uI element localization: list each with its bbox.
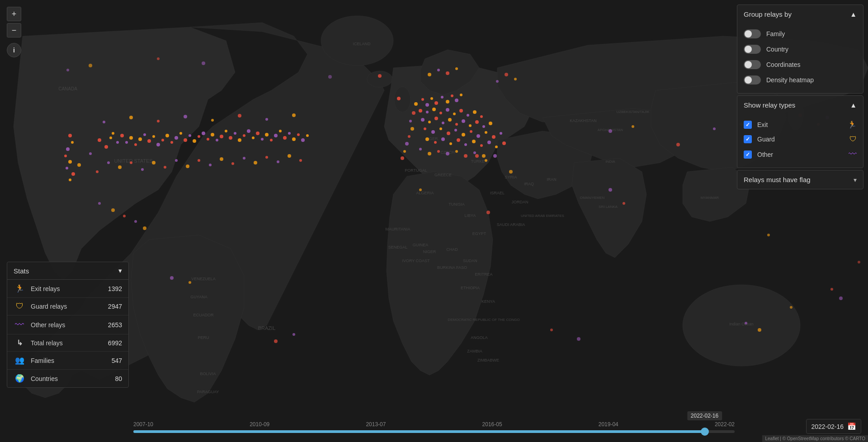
relay-types-body: Exit 🏃 Guard 🛡 Other 〰: [737, 114, 863, 168]
svg-text:ALGERIA: ALGERIA: [416, 191, 434, 195]
svg-point-150: [446, 100, 449, 103]
svg-point-97: [288, 132, 291, 135]
svg-text:ICELAND: ICELAND: [353, 42, 371, 46]
other-icon: 〰: [14, 320, 25, 330]
svg-point-90: [256, 132, 259, 135]
svg-point-107: [130, 161, 132, 164]
svg-point-86: [238, 138, 241, 142]
relay-types-chevron: ▲: [850, 101, 857, 109]
toggle-coordinates-label: Coordinates: [766, 61, 801, 68]
map-controls: + − i: [7, 7, 21, 57]
must-flag-chevron: ▾: [854, 176, 857, 183]
svg-point-189: [449, 142, 452, 145]
relay-types-panel: Show relay types ▲ Exit 🏃 Guard 🛡 Other …: [737, 95, 863, 168]
svg-point-237: [378, 74, 382, 78]
svg-point-69: [161, 139, 164, 141]
svg-text:CHAD: CHAD: [446, 247, 458, 252]
checkbox-exit[interactable]: [744, 121, 752, 129]
svg-point-104: [96, 170, 99, 173]
svg-point-224: [632, 125, 634, 128]
must-flag-panel: Relays must have flag ▾: [737, 170, 863, 189]
zoom-out-button[interactable]: −: [7, 23, 21, 38]
group-relays-body: Family Country Coordinates Density heatm…: [737, 24, 863, 93]
svg-point-155: [426, 111, 429, 113]
svg-text:DEMOCRATIC REPUBLIC OF THE CON: DEMOCRATIC REPUBLIC OF THE CONGO: [448, 318, 519, 322]
timeline-label-0: 2007-10: [133, 421, 153, 428]
svg-point-152: [455, 99, 458, 102]
checkbox-row-guard: Guard 🛡: [744, 132, 857, 146]
zoom-in-button[interactable]: +: [7, 7, 21, 21]
svg-point-145: [421, 98, 424, 101]
svg-point-140: [111, 208, 115, 212]
svg-point-221: [485, 159, 487, 162]
svg-point-59: [112, 132, 114, 135]
svg-point-76: [193, 139, 196, 143]
toggle-country[interactable]: [744, 45, 761, 54]
countries-icon: 🌍: [14, 374, 25, 383]
svg-point-186: [425, 137, 429, 141]
svg-point-129: [71, 172, 75, 176]
svg-point-135: [211, 119, 214, 122]
calendar-icon[interactable]: 📅: [847, 422, 856, 431]
group-relays-title: Group relays by: [744, 10, 792, 18]
svg-point-170: [462, 119, 465, 123]
svg-point-148: [434, 101, 438, 105]
svg-point-84: [229, 136, 232, 140]
svg-point-103: [77, 163, 81, 167]
other-type-icon: 〰: [849, 150, 857, 159]
checkbox-other[interactable]: [744, 150, 752, 159]
svg-point-207: [446, 152, 449, 155]
svg-point-249: [577, 337, 580, 341]
other-label: Other relays: [31, 321, 103, 329]
svg-point-234: [609, 188, 612, 192]
svg-point-182: [476, 134, 480, 138]
relay-types-header[interactable]: Show relay types ▲: [737, 96, 863, 114]
svg-point-118: [254, 161, 257, 165]
svg-point-166: [434, 117, 438, 120]
svg-point-178: [447, 132, 450, 135]
svg-point-245: [89, 64, 92, 67]
svg-point-122: [299, 159, 302, 162]
svg-point-154: [419, 109, 422, 113]
svg-point-126: [64, 155, 67, 157]
svg-text:PERU: PERU: [198, 335, 209, 340]
toggle-density[interactable]: [744, 75, 761, 85]
svg-text:ECUADOR: ECUADOR: [193, 313, 214, 317]
svg-point-194: [487, 141, 491, 144]
stats-row-other: 〰 Other relays 2653: [7, 315, 128, 334]
timeline-thumb[interactable]: [701, 428, 709, 436]
toggle-row-country: Country: [744, 42, 857, 57]
group-relays-header[interactable]: Group relays by ▲: [737, 5, 863, 24]
stats-title: Stats: [14, 267, 29, 275]
svg-text:LIBYA: LIBYA: [465, 213, 476, 218]
svg-point-211: [482, 154, 486, 158]
checkbox-guard[interactable]: [744, 135, 752, 143]
svg-point-196: [502, 141, 506, 145]
svg-point-160: [459, 109, 463, 113]
svg-point-176: [431, 130, 435, 134]
svg-point-168: [448, 118, 452, 122]
svg-point-71: [170, 141, 173, 144]
svg-point-153: [460, 94, 462, 96]
svg-point-80: [211, 133, 214, 136]
checkbox-row-exit: Exit 🏃: [744, 117, 857, 132]
stats-header[interactable]: Stats ▾: [7, 262, 128, 280]
svg-point-96: [283, 136, 287, 140]
timeline-track[interactable]: [133, 430, 735, 433]
svg-text:NIGER: NIGER: [423, 249, 436, 254]
svg-point-57: [116, 141, 119, 144]
relay-types-title: Show relay types: [744, 101, 795, 109]
info-button[interactable]: i: [7, 43, 21, 57]
toggle-row-family: Family: [744, 26, 857, 42]
svg-point-173: [482, 125, 485, 128]
must-flag-row[interactable]: Relays must have flag ▾: [737, 170, 863, 189]
svg-point-181: [470, 130, 472, 133]
svg-text:GUYANA: GUYANA: [190, 295, 207, 299]
svg-point-139: [98, 202, 101, 205]
stats-chevron: ▾: [118, 267, 122, 275]
svg-text:BURKINA FASO: BURKINA FASO: [437, 265, 467, 270]
svg-text:ISRAEL: ISRAEL: [490, 191, 505, 195]
toggle-family[interactable]: [744, 29, 761, 38]
svg-point-95: [279, 130, 282, 132]
toggle-coordinates[interactable]: [744, 60, 761, 69]
